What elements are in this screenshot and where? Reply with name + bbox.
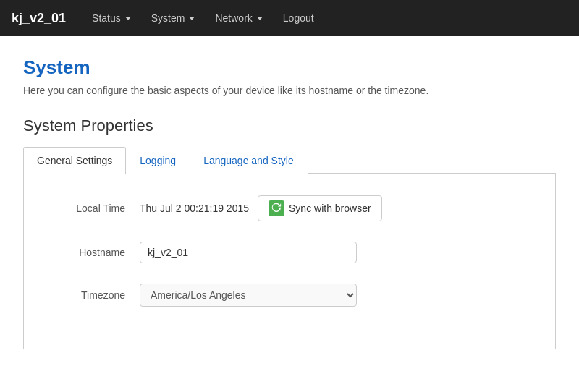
form-area: Local Time Thu Jul 2 00:21:19 2015 Sync … — [23, 174, 556, 349]
hostname-input[interactable] — [140, 242, 357, 263]
nav-item-status[interactable]: Status — [83, 7, 140, 30]
nav-label-network: Network — [215, 12, 252, 24]
tabs-container: General Settings Logging Language and St… — [23, 147, 556, 174]
nav-label-system: System — [151, 12, 185, 24]
tab-general-settings[interactable]: General Settings — [23, 147, 126, 174]
form-row-local-time: Local Time Thu Jul 2 00:21:19 2015 Sync … — [38, 195, 541, 221]
local-time-value: Thu Jul 2 00:21:19 2015 — [140, 203, 249, 214]
brand-logo[interactable]: kj_v2_01 — [12, 11, 66, 26]
navbar: kj_v2_01 Status System Network Logout — [0, 0, 579, 36]
nav-item-logout[interactable]: Logout — [274, 7, 323, 30]
nav-item-network[interactable]: Network — [206, 7, 271, 30]
sync-button-label: Sync with browser — [289, 203, 371, 214]
sync-icon — [269, 200, 284, 216]
nav-label-status: Status — [92, 12, 121, 24]
main-content: System Here you can configure the basic … — [0, 36, 579, 370]
sync-svg-icon — [271, 203, 282, 213]
tab-logging[interactable]: Logging — [126, 147, 190, 174]
nav-items: Status System Network Logout — [83, 7, 323, 30]
chevron-down-icon — [257, 17, 263, 20]
timezone-select[interactable]: America/Los Angeles — [140, 284, 357, 307]
nav-item-system[interactable]: System — [143, 7, 204, 30]
chevron-down-icon — [125, 17, 131, 20]
sync-with-browser-button[interactable]: Sync with browser — [258, 195, 382, 221]
form-row-hostname: Hostname — [38, 242, 541, 263]
tab-language-and-style[interactable]: Language and Style — [190, 147, 308, 174]
label-local-time: Local Time — [38, 203, 125, 214]
label-hostname: Hostname — [38, 247, 125, 258]
label-timezone: Timezone — [38, 289, 125, 301]
nav-label-logout: Logout — [283, 12, 314, 24]
form-row-timezone: Timezone America/Los Angeles — [38, 284, 541, 307]
chevron-down-icon — [189, 17, 195, 20]
section-title: System Properties — [23, 116, 556, 135]
page-title: System — [23, 56, 556, 79]
page-description: Here you can configure the basic aspects… — [23, 85, 556, 96]
